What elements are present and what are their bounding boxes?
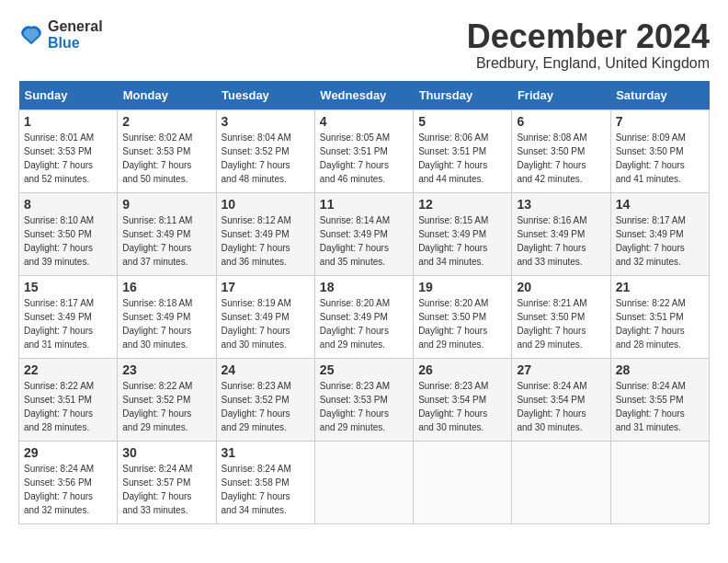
day-info: Sunrise: 8:20 AM Sunset: 3:49 PM Dayligh… (320, 296, 408, 351)
daylight-label: Daylight: 7 hours (222, 243, 290, 253)
sunrise-label: Sunrise: 8:11 AM (122, 215, 192, 225)
day-info: Sunrise: 8:06 AM Sunset: 3:51 PM Dayligh… (418, 131, 506, 186)
month-title: December 2024 (467, 18, 710, 55)
daylight-label: Daylight: 7 hours (24, 160, 93, 170)
day-number: 5 (418, 114, 506, 129)
day-number: 23 (122, 362, 210, 377)
calendar-cell (610, 441, 709, 523)
calendar-cell: 28 Sunrise: 8:24 AM Sunset: 3:55 PM Dayl… (610, 358, 709, 441)
daylight-label: Daylight: 7 hours (517, 243, 586, 253)
daylight-label: Daylight: 7 hours (320, 326, 389, 336)
daylight-minutes: and 44 minutes. (418, 174, 483, 184)
day-info: Sunrise: 8:24 AM Sunset: 3:57 PM Dayligh… (122, 462, 210, 517)
day-info: Sunrise: 8:23 AM Sunset: 3:54 PM Dayligh… (418, 379, 506, 434)
sunset-label: Sunset: 3:49 PM (418, 229, 486, 239)
daylight-minutes: and 30 minutes. (222, 339, 287, 350)
calendar-cell: 4 Sunrise: 8:05 AM Sunset: 3:51 PM Dayli… (314, 109, 413, 192)
daylight-label: Daylight: 7 hours (222, 408, 290, 419)
sunset-label: Sunset: 3:49 PM (122, 312, 190, 322)
calendar-cell: 11 Sunrise: 8:14 AM Sunset: 3:49 PM Dayl… (314, 192, 413, 275)
calendar-week-1: 1 Sunrise: 8:01 AM Sunset: 3:53 PM Dayli… (19, 109, 710, 192)
sunset-label: Sunset: 3:53 PM (24, 146, 92, 156)
day-info: Sunrise: 8:04 AM Sunset: 3:52 PM Dayligh… (222, 131, 310, 186)
daylight-minutes: and 30 minutes. (122, 339, 188, 350)
sunrise-label: Sunrise: 8:23 AM (418, 381, 488, 391)
day-info: Sunrise: 8:24 AM Sunset: 3:56 PM Dayligh… (24, 462, 112, 517)
calendar-cell (512, 441, 610, 523)
day-number: 14 (616, 197, 704, 212)
day-info: Sunrise: 8:09 AM Sunset: 3:50 PM Dayligh… (616, 131, 704, 186)
calendar-week-3: 15 Sunrise: 8:17 AM Sunset: 3:49 PM Dayl… (19, 275, 710, 358)
calendar-cell (314, 441, 413, 523)
sunrise-label: Sunrise: 8:20 AM (320, 298, 390, 308)
daylight-minutes: and 36 minutes. (222, 257, 287, 267)
day-info: Sunrise: 8:16 AM Sunset: 3:49 PM Dayligh… (517, 213, 605, 269)
sunset-label: Sunset: 3:56 PM (24, 477, 92, 488)
daylight-minutes: and 29 minutes. (517, 339, 582, 350)
calendar-cell: 9 Sunrise: 8:11 AM Sunset: 3:49 PM Dayli… (118, 192, 216, 275)
day-info: Sunrise: 8:21 AM Sunset: 3:50 PM Dayligh… (517, 296, 605, 351)
daylight-label: Daylight: 7 hours (24, 408, 93, 419)
header-tuesday: Tuesday (216, 81, 314, 110)
sunset-label: Sunset: 3:51 PM (320, 146, 388, 156)
daylight-minutes: and 31 minutes. (616, 422, 681, 432)
calendar-cell: 21 Sunrise: 8:22 AM Sunset: 3:51 PM Dayl… (610, 275, 709, 358)
daylight-label: Daylight: 7 hours (320, 408, 389, 419)
daylight-label: Daylight: 7 hours (616, 160, 685, 170)
daylight-minutes: and 42 minutes. (517, 174, 582, 184)
daylight-minutes: and 33 minutes. (517, 257, 582, 267)
calendar-cell: 7 Sunrise: 8:09 AM Sunset: 3:50 PM Dayli… (610, 109, 709, 192)
day-info: Sunrise: 8:22 AM Sunset: 3:52 PM Dayligh… (122, 379, 210, 434)
daylight-label: Daylight: 7 hours (222, 160, 290, 170)
daylight-minutes: and 41 minutes. (616, 174, 681, 184)
sunrise-label: Sunrise: 8:08 AM (517, 132, 586, 143)
daylight-minutes: and 28 minutes. (24, 422, 89, 432)
day-number: 29 (24, 445, 112, 460)
daylight-label: Daylight: 7 hours (517, 408, 586, 419)
calendar-cell (414, 441, 512, 523)
days-header-row: Sunday Monday Tuesday Wednesday Thursday… (19, 81, 710, 110)
daylight-minutes: and 30 minutes. (418, 422, 483, 432)
day-number: 19 (418, 280, 506, 294)
day-number: 15 (24, 280, 112, 294)
sunrise-label: Sunrise: 8:15 AM (418, 215, 488, 225)
daylight-label: Daylight: 7 hours (122, 160, 191, 170)
sunset-label: Sunset: 3:58 PM (222, 477, 290, 488)
sunset-label: Sunset: 3:49 PM (320, 312, 388, 322)
day-number: 18 (320, 280, 408, 294)
daylight-minutes: and 39 minutes. (24, 257, 89, 267)
day-number: 20 (517, 280, 605, 294)
day-info: Sunrise: 8:14 AM Sunset: 3:49 PM Dayligh… (320, 213, 408, 269)
calendar-cell: 12 Sunrise: 8:15 AM Sunset: 3:49 PM Dayl… (414, 192, 512, 275)
daylight-minutes: and 37 minutes. (122, 257, 188, 267)
daylight-label: Daylight: 7 hours (24, 491, 93, 501)
daylight-minutes: and 29 minutes. (418, 339, 483, 350)
daylight-minutes: and 29 minutes. (320, 339, 385, 350)
sunrise-label: Sunrise: 8:16 AM (517, 215, 586, 225)
sunrise-label: Sunrise: 8:17 AM (24, 298, 94, 308)
sunset-label: Sunset: 3:54 PM (418, 395, 486, 405)
calendar-cell: 31 Sunrise: 8:24 AM Sunset: 3:58 PM Dayl… (216, 441, 314, 523)
sunset-label: Sunset: 3:49 PM (24, 312, 92, 322)
sunset-label: Sunset: 3:52 PM (122, 395, 190, 405)
sunrise-label: Sunrise: 8:04 AM (222, 132, 291, 143)
header-thursday: Thursday (414, 81, 512, 110)
calendar-cell: 16 Sunrise: 8:18 AM Sunset: 3:49 PM Dayl… (118, 275, 216, 358)
daylight-label: Daylight: 7 hours (616, 243, 685, 253)
sunrise-label: Sunrise: 8:01 AM (24, 132, 94, 143)
calendar-cell: 23 Sunrise: 8:22 AM Sunset: 3:52 PM Dayl… (118, 358, 216, 441)
sunrise-label: Sunrise: 8:23 AM (222, 381, 291, 391)
day-number: 7 (616, 114, 704, 129)
sunset-label: Sunset: 3:50 PM (517, 146, 585, 156)
calendar-cell: 13 Sunrise: 8:16 AM Sunset: 3:49 PM Dayl… (512, 192, 610, 275)
daylight-minutes: and 28 minutes. (616, 339, 681, 350)
daylight-label: Daylight: 7 hours (517, 160, 586, 170)
daylight-label: Daylight: 7 hours (418, 160, 487, 170)
day-number: 11 (320, 197, 408, 212)
sunrise-label: Sunrise: 8:14 AM (320, 215, 390, 225)
day-number: 17 (222, 280, 310, 294)
day-info: Sunrise: 8:24 AM Sunset: 3:55 PM Dayligh… (616, 379, 704, 434)
day-info: Sunrise: 8:20 AM Sunset: 3:50 PM Dayligh… (418, 296, 506, 351)
location-title: Bredbury, England, United Kingdom (467, 55, 710, 72)
sunrise-label: Sunrise: 8:05 AM (320, 132, 390, 143)
